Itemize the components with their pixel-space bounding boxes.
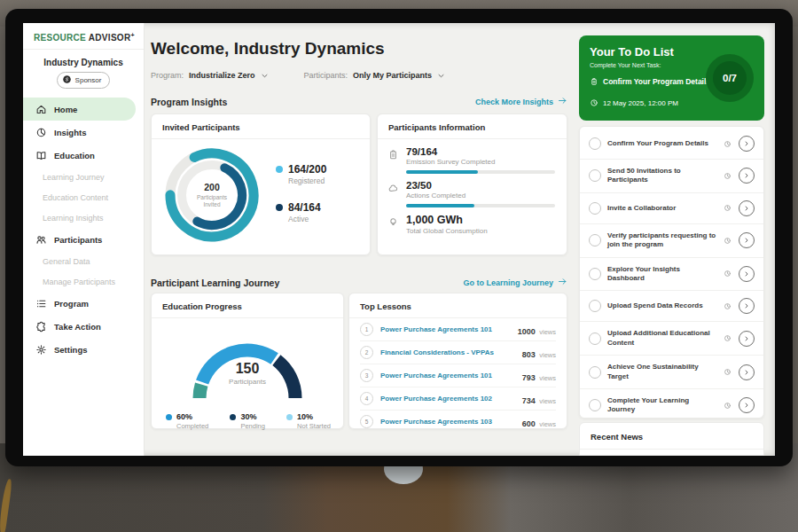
lesson-rank-badge: 5 (360, 415, 373, 428)
task-checkbox[interactable] (589, 202, 601, 215)
task-row: Upload Additional Educational Content (580, 322, 763, 356)
home-icon (35, 104, 47, 115)
sidebar-item-participants[interactable]: Participants (23, 228, 144, 251)
sidebar-item-general-data[interactable]: General Data (23, 251, 144, 271)
bulb-icon (387, 216, 399, 235)
task-checkbox[interactable] (589, 169, 601, 182)
sidebar-item-settings[interactable]: Settings (23, 338, 144, 361)
sponsor-badge-label: Sponsor (75, 76, 102, 84)
logo-text-primary: RESOURCE (34, 33, 86, 43)
sidebar-item-program[interactable]: Program (23, 292, 144, 315)
lesson-views: 793 views (522, 368, 556, 384)
lesson-views: 734 views (522, 391, 556, 407)
chevron-down-icon[interactable] (437, 72, 445, 80)
task-open-button[interactable] (739, 364, 755, 380)
clock-icon (590, 95, 598, 111)
task-checkbox[interactable] (589, 366, 601, 379)
task-clock-icon (724, 302, 732, 310)
consumption-row: 1,000 GWh Total Global Consumption (387, 214, 556, 235)
sidebar-item-learning-journey[interactable]: Learning Journey (23, 167, 144, 187)
task-checkbox[interactable] (589, 399, 601, 411)
lesson-row: 1 Power Purchase Agreements 101 1000 vie… (360, 318, 556, 341)
task-checkbox[interactable] (589, 268, 601, 280)
task-row: Invite a Collaborator (580, 193, 763, 224)
lesson-views: 1000 views (518, 322, 556, 338)
sidebar-item-manage-participants[interactable]: Manage Participants (23, 271, 144, 292)
task-open-button[interactable] (739, 298, 755, 314)
task-clock-icon (724, 172, 732, 180)
filters-row: Program: Industrialize Zero Participants… (151, 71, 445, 80)
lesson-link[interactable]: Power Purchase Agreements 103 (380, 418, 515, 426)
lesson-link[interactable]: Power Purchase Agreements 101 (380, 372, 515, 379)
legend-dot (276, 204, 283, 211)
todo-hero-card: Your To Do List Complete Your Next Task:… (579, 35, 764, 121)
task-row: Explore Your Insights Dashboard (580, 258, 763, 292)
education-gauge-chart: 150 Participants (172, 325, 323, 407)
top-lessons-card: Top Lessons 1 Power Purchase Agreements … (348, 293, 567, 429)
lesson-row: 3 Power Purchase Agreements 101 793 view… (360, 364, 556, 387)
lesson-row: 4 Power Purchase Agreements 102 734 view… (360, 387, 556, 411)
task-label: Send 50 Invitations to Participants (607, 167, 717, 185)
task-clock-icon (724, 140, 732, 148)
task-row: Complete Your Learning Journey (580, 389, 763, 423)
task-checkbox[interactable] (589, 332, 601, 345)
arrow-right-icon (558, 277, 567, 288)
task-open-button[interactable] (739, 331, 755, 347)
legend-registered: 164/200 Registered (276, 163, 326, 185)
legend-dot (230, 414, 236, 420)
task-clock-icon (724, 270, 732, 278)
sidebar-item-take-action[interactable]: Take Action (23, 315, 144, 338)
lesson-rank-badge: 3 (360, 369, 373, 382)
lesson-views: 600 views (522, 414, 556, 430)
org-name: Industry Dynamics (23, 58, 144, 67)
todo-progress-ring: 0/7 (706, 54, 754, 102)
task-label: Upload Additional Educational Content (607, 329, 717, 348)
lesson-link[interactable]: Power Purchase Agreements 101 (380, 325, 511, 333)
participants-information-card: Participants Information 79/164 Emission… (377, 113, 567, 255)
page-title: Welcome, Industry Dynamics (151, 39, 385, 59)
participants-filter[interactable]: Participants: Only My Participants (304, 71, 446, 80)
sidebar-item-insights[interactable]: Insights (23, 121, 144, 144)
chevron-down-icon[interactable] (261, 72, 269, 80)
go-to-learning-journey-link[interactable]: Go to Learning Journey (463, 277, 567, 288)
sidebar: RESOURCE ADVISOR+ Industry Dynamics Spon… (23, 23, 145, 456)
legend-active: 84/164 Active (276, 201, 326, 223)
task-row: Verify participants requesting to join t… (580, 224, 763, 258)
task-open-button[interactable] (739, 168, 755, 184)
lesson-link[interactable]: Power Purchase Agreements 102 (380, 395, 515, 403)
participants-filter-value[interactable]: Only My Participants (353, 71, 432, 80)
legend-dot (286, 414, 293, 420)
sidebar-item-education-content[interactable]: Education Content (23, 187, 144, 207)
lesson-row: 5 Power Purchase Agreements 103 600 view… (360, 411, 556, 433)
top-lessons-title: Top Lessons (349, 293, 567, 318)
sidebar-item-education[interactable]: Education (23, 144, 144, 167)
lesson-link[interactable]: Financial Considerations - VPPAs (380, 348, 515, 356)
task-open-button[interactable] (739, 200, 755, 216)
task-open-button[interactable] (739, 232, 755, 248)
task-row: Send 50 Invitations to Participants (580, 160, 763, 193)
program-filter[interactable]: Program: Industrialize Zero (151, 71, 269, 80)
task-label: Invite a Collaborator (607, 204, 717, 213)
task-open-button[interactable] (739, 397, 755, 413)
sidebar-item-home[interactable]: Home (23, 98, 136, 121)
task-checkbox[interactable] (589, 137, 601, 150)
invited-card-title: Invited Participants (152, 114, 370, 139)
task-row: Achieve One Sustainability Target (580, 356, 763, 389)
donut-center-label: Participants Invited (189, 194, 235, 208)
task-clock-icon (724, 402, 732, 410)
invited-participants-card: Invited Participants 200 Participants In… (151, 113, 371, 255)
task-label: Achieve One Sustainability Target (607, 363, 717, 381)
sponsor-badge: Sponsor (57, 72, 111, 89)
task-open-button[interactable] (739, 266, 755, 282)
task-open-button[interactable] (739, 136, 755, 152)
task-checkbox[interactable] (589, 234, 601, 246)
check-more-insights-link[interactable]: Check More Insights (475, 96, 567, 107)
task-checkbox[interactable] (589, 300, 601, 312)
recent-news-card: Recent News (579, 422, 764, 456)
sidebar-item-learning-insights[interactable]: Learning Insights (23, 207, 144, 228)
legend-dot (166, 414, 172, 420)
todo-next-task: Confirm Your Program Details (603, 77, 710, 86)
program-filter-value[interactable]: Industrialize Zero (189, 71, 255, 80)
lesson-row: 2 Financial Considerations - VPPAs 803 v… (360, 341, 556, 364)
sidebar-nav: Home Insights Education Learning Journey… (23, 98, 144, 361)
